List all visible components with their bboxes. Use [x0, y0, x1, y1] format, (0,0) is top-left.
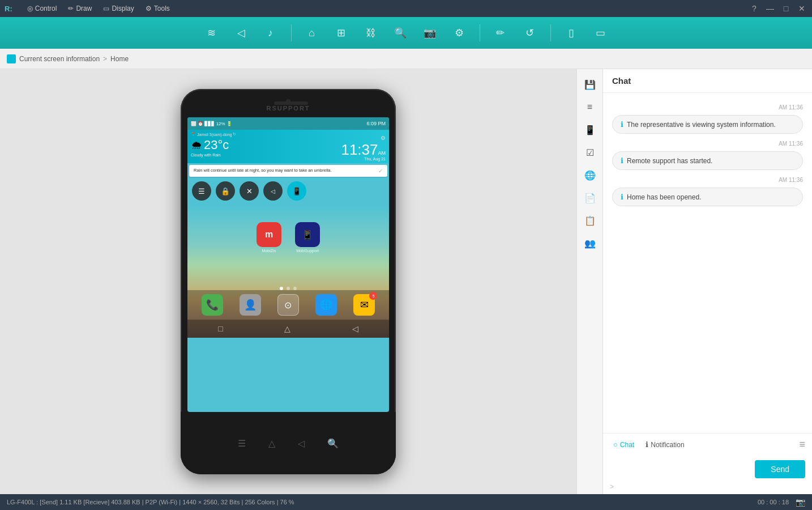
screenshot-button[interactable]: 📷: [796, 498, 805, 507]
app-mobizin[interactable]: m MobiZin: [257, 222, 281, 253]
phone-dock: 📞 👤 ⊙ 🌐 ✉ 5: [187, 290, 389, 320]
phone-screen[interactable]: ⬜ ⏰ ▊▊▊ 12% 🔋 6:09 PM 📍Jamsil 3(sam)-don…: [187, 117, 389, 412]
sidebar-controls[interactable]: ≡: [580, 97, 600, 117]
phone-area: RSUPPORT ⬜ ⏰ ▊▊▊ 12% 🔋 6:09 PM 📍Jams: [0, 69, 576, 494]
mobisupport-icon: 📱: [295, 222, 320, 247]
statusbar-icons: ⬜ ⏰ ▊▊▊ 12% 🔋: [191, 121, 232, 126]
chat-timestamp-3: AM 11:36: [612, 177, 803, 183]
sidebar-globe[interactable]: 🌐: [580, 165, 600, 185]
weather-gear[interactable]: ⚙: [381, 135, 386, 141]
mobizin-label: MobiZin: [262, 249, 276, 253]
mobile-float-btn[interactable]: 📱: [287, 181, 306, 201]
weather-location: 📍Jamsil 3(sam)-dong ↻: [191, 132, 236, 137]
chat-menu-button[interactable]: ≡: [799, 439, 805, 450]
dock-globe[interactable]: 🌐: [315, 294, 337, 316]
toolbar-separator-3: [550, 24, 551, 41]
menu-draw[interactable]: ✏ Draw: [62, 5, 97, 12]
nav-back[interactable]: ◁: [352, 324, 358, 333]
send-button[interactable]: Send: [755, 460, 805, 478]
portrait-button[interactable]: ▯: [562, 24, 580, 42]
app-logo: R:: [5, 5, 12, 13]
notification-text: Rain will continue until late at night, …: [194, 168, 331, 173]
back-float-btn[interactable]: ◁: [263, 181, 283, 201]
sidebar-doc[interactable]: 📄: [580, 188, 600, 207]
search-button[interactable]: 🔍: [391, 24, 409, 42]
home-button[interactable]: ⌂: [303, 24, 321, 42]
control-icon: ◎: [27, 5, 33, 12]
menu-bar: ◎ Control ✏ Draw ▭ Display ⚙ Tools: [22, 5, 176, 12]
hw-home-btn[interactable]: △: [268, 438, 275, 449]
wifi-button[interactable]: ≋: [203, 24, 221, 42]
mail-badge: 5: [369, 292, 377, 300]
statusbar-right: 00 : 00 : 18 📷: [758, 498, 805, 507]
maximize-button[interactable]: □: [780, 4, 792, 13]
sidebar-system-info[interactable]: 💾: [580, 75, 600, 94]
undo-button[interactable]: ↺: [521, 24, 539, 42]
hw-back-btn[interactable]: ◁: [298, 438, 305, 449]
chat-message-2: ℹ Remote support has started.: [612, 151, 803, 170]
phone-device[interactable]: RSUPPORT ⬜ ⏰ ▊▊▊ 12% 🔋 6:09 PM 📍Jams: [181, 89, 396, 474]
titlebar: R: ◎ Control ✏ Draw ▭ Display ⚙ Tools ? …: [0, 0, 812, 17]
menu-tools[interactable]: ⚙ Tools: [140, 5, 176, 12]
draw-button[interactable]: ✏: [492, 24, 510, 42]
chat-tab-label: Chat: [620, 441, 634, 449]
app-row: m MobiZin 📱 MobiSupport: [187, 222, 389, 253]
sidebar-checklist[interactable]: ☑: [580, 143, 600, 162]
menu-control[interactable]: ◎ Control: [22, 5, 63, 12]
weather-condition: Cloudy with Rain: [191, 153, 236, 157]
hw-search-btn[interactable]: 🔍: [327, 438, 339, 449]
hw-menu-btn[interactable]: ☰: [238, 438, 246, 449]
mobisupport-label: MobiSupport: [296, 249, 319, 253]
hardware-buttons: ☰ △ ◁ 🔍: [238, 438, 339, 449]
info-icon-1: ℹ: [621, 120, 623, 129]
app-mobisupport[interactable]: 📱 MobiSupport: [295, 222, 320, 253]
volume-button[interactable]: ♪: [262, 24, 280, 42]
chat-panel: Chat AM 11:36 ℹ The representative is vi…: [602, 69, 812, 494]
minimize-button[interactable]: —: [764, 4, 776, 13]
notification-tab[interactable]: ℹ Notification: [642, 438, 687, 451]
info-icon-2: ℹ: [621, 156, 623, 165]
toolbar: ≋ ◁ ♪ ⌂ ⊞ ⛓ 🔍 📷 ⚙ ✏ ↺ ▯ ▭: [0, 17, 812, 49]
sidebar-clipboard[interactable]: 📋: [580, 211, 600, 230]
chat-tab[interactable]: ○ Chat: [610, 438, 638, 451]
dock-apps[interactable]: ⊙: [277, 294, 299, 316]
menu-display[interactable]: ▭ Display: [97, 5, 139, 12]
chat-timestamp-1: AM 11:36: [612, 104, 803, 110]
camera-button[interactable]: 📷: [421, 24, 439, 42]
breadcrumb-separator: >: [103, 55, 107, 63]
session-timer: 00 : 00 : 18: [758, 499, 789, 505]
nav-home[interactable]: △: [284, 324, 290, 333]
breadcrumb-root[interactable]: Current screen information: [19, 55, 100, 63]
nav-recents[interactable]: □: [218, 324, 223, 333]
chat-collapse-arrow[interactable]: >: [610, 483, 614, 491]
menu-float-btn[interactable]: ☰: [192, 181, 211, 201]
chat-message-text-1: The representative is viewing system inf…: [627, 121, 776, 129]
grid-button[interactable]: ⊞: [332, 24, 351, 42]
link-button[interactable]: ⛓: [362, 24, 380, 42]
draw-menu-icon: ✏: [68, 5, 74, 12]
chat-timestamp-2: AM 11:36: [612, 141, 803, 147]
main-area: RSUPPORT ⬜ ⏰ ▊▊▊ 12% 🔋 6:09 PM 📍Jams: [0, 69, 812, 494]
close-button[interactable]: ✕: [796, 4, 807, 13]
weather-temp: 23°c: [204, 138, 229, 152]
back-button[interactable]: ◁: [232, 24, 250, 42]
statusbar-info: LG-F400L : [Send] 1.11 KB [Recieve] 403.…: [7, 499, 758, 505]
help-button[interactable]: ?: [749, 4, 760, 13]
phone-brand: RSUPPORT: [266, 105, 310, 112]
sidebar-users[interactable]: 👥: [580, 233, 600, 253]
weather-widget: 📍Jamsil 3(sam)-dong ↻ 🌧 23°c Cloudy with…: [187, 130, 389, 163]
phone-speaker: [274, 101, 308, 105]
landscape-button[interactable]: ▭: [592, 24, 610, 42]
settings-button[interactable]: ⚙: [450, 24, 468, 42]
chat-message-text-2: Remote support has started.: [627, 157, 712, 165]
breadcrumb-current[interactable]: Home: [110, 55, 129, 63]
notification-tab-label: Notification: [651, 441, 684, 449]
window-controls: ? — □ ✕: [749, 4, 807, 13]
dock-phone[interactable]: 📞: [202, 294, 223, 316]
chat-send-area: Send: [603, 456, 812, 483]
dock-contacts[interactable]: 👤: [240, 294, 261, 316]
dock-mail[interactable]: ✉ 5: [353, 294, 375, 316]
close-float-btn[interactable]: ✕: [240, 181, 259, 201]
sidebar-device[interactable]: 📱: [580, 120, 600, 139]
lock-float-btn[interactable]: 🔒: [216, 181, 235, 201]
